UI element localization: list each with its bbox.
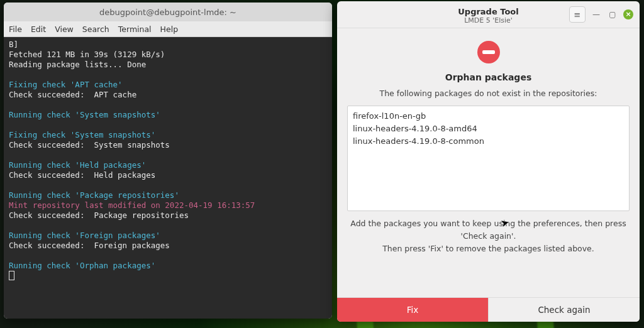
terminal-menubar: File Edit View Search Terminal Help <box>4 21 332 37</box>
term-line: Check succeeded: APT cache <box>9 90 136 99</box>
hint-line-1: Add the packages you want to keep using … <box>347 217 630 243</box>
term-line: Fetched 121 MB in 39s (3129 kB/s) <box>9 50 165 59</box>
orphan-package-list[interactable]: firefox-l10n-en-gb linux-headers-4.19.0-… <box>347 106 630 211</box>
term-line: Running check 'Orphan packages' <box>9 261 155 270</box>
hamburger-menu-button[interactable]: ≡ <box>569 6 586 23</box>
terminal-cursor <box>9 271 14 280</box>
term-line: B] <box>9 40 18 49</box>
maximize-button[interactable]: ▢ <box>607 9 618 20</box>
term-line: Running check 'Package repositories' <box>9 190 179 200</box>
term-line: Reading package lists... Done <box>9 60 146 69</box>
menu-edit[interactable]: Edit <box>31 25 46 34</box>
upgrade-titlebar[interactable]: Upgrade Tool LMDE 5 'Elsie' ≡ — ▢ × <box>337 1 640 28</box>
term-line: Check succeeded: Held packages <box>9 170 155 180</box>
terminal-titlebar[interactable]: debugpoint@debugpoint-lmde: ~ <box>4 3 332 21</box>
terminal-window: debugpoint@debugpoint-lmde: ~ File Edit … <box>4 3 332 319</box>
list-item[interactable]: linux-headers-4.19.0-8-amd64 <box>353 123 624 135</box>
menu-terminal[interactable]: Terminal <box>118 25 152 34</box>
term-line: Running check 'Held packages' <box>9 160 146 170</box>
term-line: Running check 'Foreign packages' <box>9 231 160 240</box>
term-line: Fixing check 'System snapshots' <box>9 130 155 139</box>
term-line: Check succeeded: Foreign packages <box>9 241 170 250</box>
menu-view[interactable]: View <box>55 25 74 34</box>
check-again-button[interactable]: Check again <box>488 298 640 322</box>
upgrade-tool-window: Upgrade Tool LMDE 5 'Elsie' ≡ — ▢ × Orph… <box>337 1 640 322</box>
terminal-title: debugpoint@debugpoint-lmde: ~ <box>99 8 236 17</box>
orphan-hint: Add the packages you want to keep using … <box>347 217 630 255</box>
list-item[interactable]: linux-headers-4.19.0-8-common <box>353 135 624 148</box>
term-line: Check succeeded: System snapshots <box>9 140 170 150</box>
stop-icon <box>477 41 500 63</box>
close-button[interactable]: × <box>623 9 633 19</box>
term-line: Running check 'System snapshots' <box>9 110 160 119</box>
term-line: Mint repository last modified on 2022-04… <box>9 200 255 210</box>
term-line: Fixing check 'APT cache' <box>9 80 123 89</box>
upgrade-button-row: Fix Check again <box>337 297 640 322</box>
minimize-button[interactable]: — <box>591 9 602 20</box>
terminal-body[interactable]: B] Fetched 121 MB in 39s (3129 kB/s) Rea… <box>4 37 332 319</box>
term-line: Check succeeded: Package repositories <box>9 210 189 220</box>
fix-button[interactable]: Fix <box>337 298 488 322</box>
menu-file[interactable]: File <box>9 25 22 34</box>
menu-help[interactable]: Help <box>160 25 179 34</box>
hint-line-2: Then press 'Fix' to remove the packages … <box>347 243 630 255</box>
upgrade-body: Orphan packages The following packages d… <box>337 28 640 297</box>
orphan-subtext: The following packages do not exist in t… <box>380 89 597 98</box>
list-item[interactable]: firefox-l10n-en-gb <box>353 110 624 123</box>
orphan-heading: Orphan packages <box>445 72 531 82</box>
menu-search[interactable]: Search <box>82 25 109 34</box>
